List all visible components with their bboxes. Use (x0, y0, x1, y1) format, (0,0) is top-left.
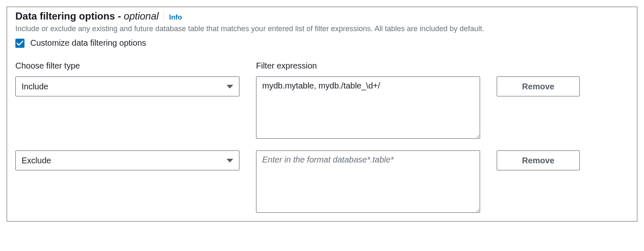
chevron-down-icon (227, 159, 233, 162)
remove-button[interactable]: Remove (497, 76, 580, 96)
remove-button[interactable]: Remove (497, 150, 580, 170)
customize-checkbox[interactable] (15, 39, 24, 48)
filter-type-value: Include (22, 82, 49, 91)
customize-checkbox-label[interactable]: Customize data filtering options (30, 38, 146, 48)
filter-table: Choose filter type Filter expression Inc… (15, 61, 629, 213)
info-link[interactable]: Info (169, 13, 182, 22)
panel-title: Data filtering options - optional (15, 10, 159, 22)
filter-expression-input[interactable] (256, 150, 480, 213)
check-icon (17, 40, 23, 46)
column-header-filter-type: Choose filter type (15, 61, 239, 71)
panel-description: Include or exclude any existing and futu… (15, 24, 613, 34)
panel-title-optional: optional (124, 10, 159, 22)
column-header-expression: Filter expression (256, 61, 480, 71)
chevron-down-icon (227, 85, 233, 89)
panel-title-text: Data filtering options - (15, 10, 124, 22)
data-filtering-panel: Data filtering options - optional Info I… (7, 7, 637, 221)
panel-header: Data filtering options - optional Info (15, 10, 629, 22)
filter-expression-input[interactable] (256, 76, 480, 139)
filter-type-select[interactable]: Include (15, 76, 239, 96)
customize-checkbox-row[interactable]: Customize data filtering options (15, 38, 629, 48)
title-divider (163, 12, 164, 21)
filter-type-select[interactable]: Exclude (15, 150, 239, 170)
filter-type-value: Exclude (22, 156, 51, 165)
